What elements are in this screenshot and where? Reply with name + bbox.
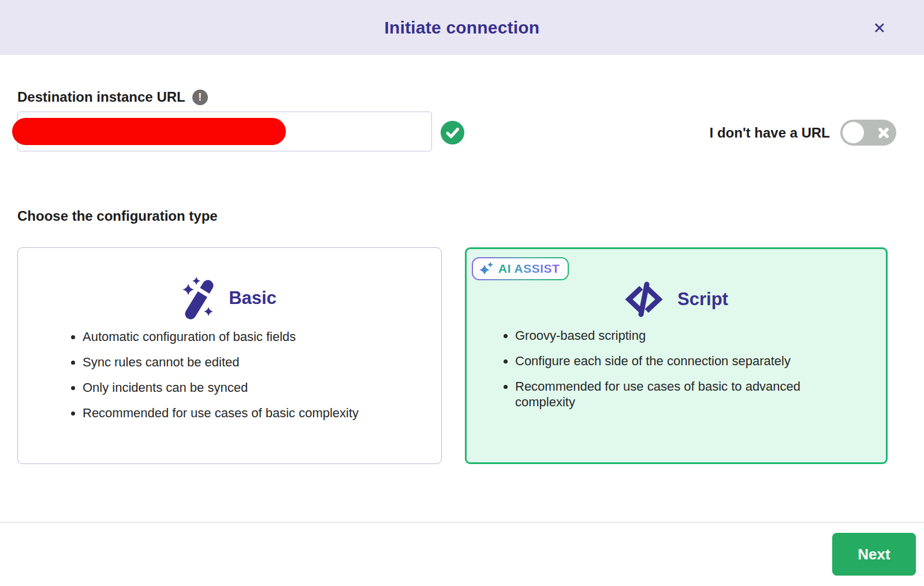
configuration-heading: Choose the configuration type (17, 208, 218, 224)
no-url-toggle[interactable] (840, 120, 896, 146)
footer-divider (0, 522, 924, 522)
valid-checkmark-icon (441, 121, 464, 144)
bullet-item: Sync rules cannot be edited (83, 354, 418, 370)
info-icon[interactable]: ! (192, 90, 208, 105)
bullet-item: Only incidents can be synced (83, 380, 418, 395)
script-card-bullet-list: Groovy-based scripting Configure each si… (467, 328, 886, 410)
bullet-item: Automatic configuration of basic fields (83, 329, 418, 344)
bullet-item: Configure each side of the connection se… (515, 353, 844, 369)
config-card-basic[interactable]: Basic Automatic configuration of basic f… (17, 247, 442, 464)
no-url-row: I don't have a URL (710, 120, 896, 146)
close-icon[interactable]: ✕ (870, 17, 888, 38)
ai-assist-badge: AI ASSIST (472, 257, 569, 280)
destination-url-label: Destination instance URL (17, 89, 185, 105)
ai-assist-badge-label: AI ASSIST (498, 262, 560, 276)
config-card-script[interactable]: AI ASSIST Script Groovy-based scripting … (465, 247, 888, 464)
bullet-item: Recommended for use cases of basic compl… (83, 405, 418, 421)
bullet-item: Recommended for use cases of basic to ad… (515, 379, 844, 410)
destination-url-input[interactable] (17, 112, 432, 151)
modal-header: Initiate connection ✕ (0, 0, 924, 55)
toggle-knob (843, 122, 864, 143)
basic-card-title-row: Basic (18, 248, 441, 320)
initiate-connection-modal: Initiate connection ✕ Destination instan… (0, 0, 924, 586)
destination-url-label-row: Destination instance URL ! (17, 89, 208, 105)
modal-title: Initiate connection (385, 18, 540, 38)
no-url-label: I don't have a URL (710, 125, 830, 141)
magic-wand-icon (182, 277, 215, 320)
basic-card-title: Basic (229, 288, 277, 309)
bullet-item: Groovy-based scripting (515, 328, 844, 343)
sparkles-icon (479, 261, 494, 276)
basic-card-bullet-list: Automatic configuration of basic fields … (18, 329, 441, 421)
toggle-off-x-icon (878, 128, 889, 138)
next-button[interactable]: Next (832, 533, 916, 576)
script-card-title: Script (677, 289, 728, 310)
code-brackets-icon (624, 281, 664, 317)
